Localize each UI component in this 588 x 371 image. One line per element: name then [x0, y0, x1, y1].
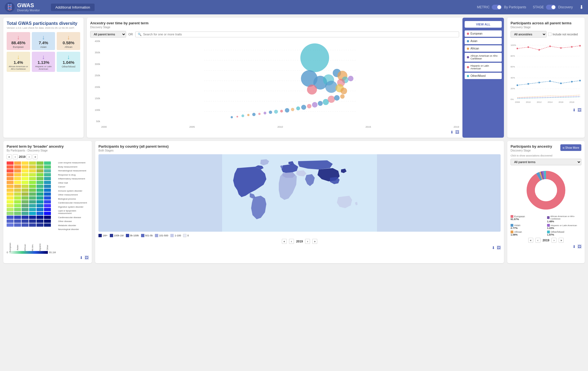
ancestry-filter-select[interactable]: All parent terms	[90, 31, 126, 38]
xlabel-asian: Asian	[14, 232, 21, 249]
other-legend-color	[547, 231, 550, 233]
svg-point-31	[285, 108, 289, 113]
african-legend-pct: 1.08%	[511, 233, 545, 236]
svg-rect-80	[37, 161, 43, 165]
participants-header: All ancestries Include not recorded	[511, 31, 581, 38]
heatmap-nav-double-right[interactable]: »	[33, 154, 38, 159]
heatmap-nav-right[interactable]: ›	[27, 154, 32, 159]
donut-nav-left[interactable]: ‹	[535, 238, 540, 243]
ancestry-item-african[interactable]: African	[465, 45, 502, 52]
heatmap-nav-double-left[interactable]: «	[7, 154, 12, 159]
legend-0: 0	[183, 234, 189, 237]
donut-nav-double-right[interactable]: »	[559, 238, 564, 243]
svg-rect-140	[37, 200, 43, 203]
hispanic-dot	[467, 66, 469, 68]
svg-rect-175	[29, 223, 36, 227]
metric-toggle[interactable]	[492, 5, 502, 10]
svg-text:2008: 2008	[515, 101, 520, 103]
ancestry-item-other[interactable]: Other/Mixed	[465, 73, 502, 79]
svg-point-25	[252, 113, 256, 116]
asian-label: Asian	[470, 40, 477, 43]
pct-african: 0.58%	[58, 40, 79, 45]
svg-point-29	[274, 110, 278, 114]
view-all-button[interactable]: VIEW ALL	[465, 21, 502, 28]
map-nav-double-right[interactable]: »	[312, 239, 317, 244]
donut-title-group: Participants by ancestry Discovery Stage…	[511, 144, 552, 157]
ancestry-search-input[interactable]	[143, 33, 457, 36]
parent-term-image-btn[interactable]: 🖼	[85, 255, 89, 260]
xlabel-hispanic: Hispanic	[37, 232, 43, 249]
pct-european: 88.45%	[8, 40, 28, 45]
african-label: African	[470, 47, 479, 50]
svg-rect-170	[37, 220, 43, 223]
world-map-svg	[98, 154, 501, 232]
map-image-btn[interactable]: 🖼	[497, 245, 501, 250]
svg-point-59	[549, 46, 551, 47]
pct-asian: 7.4%	[33, 40, 54, 45]
european-dot	[467, 33, 469, 35]
svg-point-26	[258, 113, 261, 115]
additional-info-button[interactable]: Additional Information	[51, 4, 95, 11]
legend-100k1m: 100k-1M	[110, 234, 124, 237]
svg-rect-91	[29, 169, 36, 173]
donut-nav-double-left[interactable]: «	[528, 238, 533, 243]
label-other: Other/Mixed	[58, 65, 79, 68]
donut-filter[interactable]: All parent terms	[511, 159, 581, 165]
map-nav-right[interactable]: ›	[305, 239, 310, 244]
ancestry-item-hispanic[interactable]: Hispanic or Latin American	[465, 63, 502, 72]
svg-rect-106	[7, 181, 14, 184]
ancestry-item-asian[interactable]: Asian	[465, 38, 502, 44]
xlabel-afam: Afr.Am.	[29, 232, 36, 249]
svg-text:2016: 2016	[558, 101, 563, 103]
svg-rect-107	[14, 181, 21, 184]
svg-rect-118	[7, 189, 14, 192]
map-nav-left[interactable]: ‹	[289, 239, 294, 244]
scale-max: 55.1M	[49, 251, 56, 254]
participants-download-btn[interactable]: ⬇	[573, 108, 576, 112]
svg-rect-149	[14, 208, 21, 211]
svg-rect-93	[44, 169, 51, 173]
header-nav: Additional Information	[51, 4, 477, 11]
svg-rect-111	[44, 181, 51, 184]
ancestry-item-european[interactable]: European	[465, 30, 502, 37]
metric-value: By Participants	[504, 5, 526, 9]
hispanic-legend-pct: 1.22%	[547, 227, 581, 229]
donut-filter-row: All parent terms	[511, 159, 581, 165]
svg-text:60%: 60%	[511, 66, 515, 68]
ancestry-item-afam[interactable]: African American or Afro-Caribbean	[465, 53, 502, 62]
ancestry-image-btn[interactable]: 🖼	[455, 130, 459, 134]
include-checkbox[interactable]	[548, 33, 551, 36]
svg-point-37	[318, 101, 323, 106]
arrow-hispanic: ↓	[33, 54, 54, 60]
svg-rect-114	[22, 185, 28, 188]
map-download-btn[interactable]: ⬇	[492, 245, 495, 250]
svg-point-60	[560, 47, 562, 49]
svg-text:2014: 2014	[548, 101, 553, 103]
donut-nav-controls: « ‹ 2019 › »	[511, 238, 581, 243]
participants-filter[interactable]: All ancestries	[511, 31, 547, 38]
svg-rect-121	[29, 189, 36, 192]
ancestry-download-btn[interactable]: ⬇	[450, 130, 454, 134]
participants-image-btn[interactable]: 🖼	[577, 108, 581, 112]
arrow-afam: ↓	[8, 54, 28, 60]
parent-term-download-btn[interactable]: ⬇	[80, 255, 83, 260]
heatmap-inner: Liver enzyme measurement Body measuremen…	[7, 161, 89, 231]
svg-rect-150	[22, 208, 28, 211]
svg-rect-154	[7, 212, 14, 215]
donut-image-btn[interactable]: 🖼	[577, 244, 581, 249]
svg-point-67	[560, 82, 562, 84]
svg-rect-98	[37, 173, 43, 176]
include-not-recorded[interactable]: Include not recorded	[548, 33, 578, 36]
stage-toggle[interactable]	[546, 5, 556, 10]
xlabel-european: European	[7, 232, 14, 249]
heatmap-nav-left[interactable]: ‹	[13, 154, 18, 159]
svg-point-58	[538, 49, 540, 51]
european-legend-name: European	[514, 215, 525, 218]
donut-download-btn[interactable]: ⬇	[573, 244, 576, 249]
donut-nav-right[interactable]: ›	[551, 238, 556, 243]
legend-hispanic-donut: Hispanic or Latin American 1.22%	[547, 224, 581, 229]
svg-point-61	[571, 46, 573, 48]
download-icon[interactable]: ⬇	[579, 4, 584, 10]
map-nav-double-left[interactable]: «	[282, 239, 287, 244]
show-more-button[interactable]: « Show More	[560, 144, 581, 151]
